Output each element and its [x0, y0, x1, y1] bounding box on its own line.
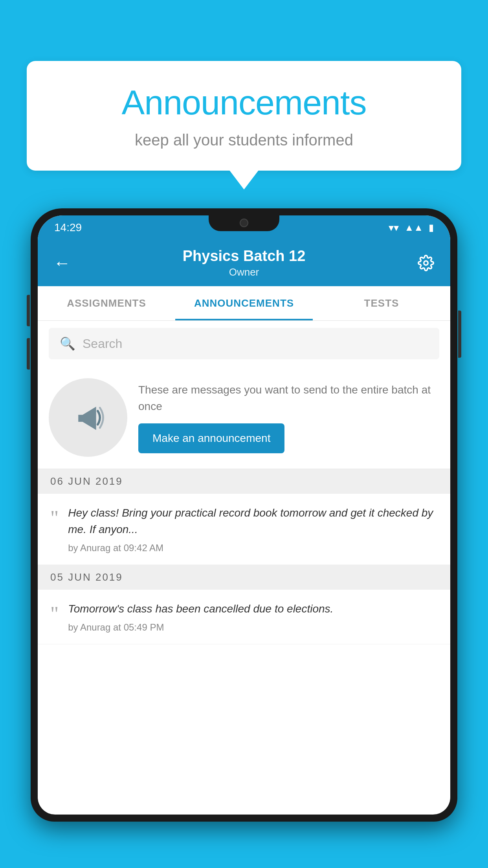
announcement-prompt: These are messages you want to send to t…	[38, 366, 450, 469]
bubble-subtitle: keep all your students informed	[50, 131, 438, 149]
announcement-message-2: Tomorrow's class has been cancelled due …	[68, 601, 438, 617]
announcement-right: These are messages you want to send to t…	[138, 382, 439, 453]
date-section-1: 06 JUN 2019	[38, 469, 450, 494]
speech-bubble-container: Announcements keep all your students inf…	[27, 61, 461, 171]
battery-icon: ▮	[429, 222, 434, 233]
app-bar-title: Physics Batch 12	[82, 248, 406, 265]
announcement-desc: These are messages you want to send to t…	[138, 382, 439, 415]
tab-announcements[interactable]: ANNOUNCEMENTS	[175, 286, 313, 320]
settings-button[interactable]	[414, 255, 438, 271]
phone-notch	[209, 215, 279, 231]
megaphone-icon	[66, 396, 110, 439]
phone-btn-vol-down	[27, 338, 30, 370]
wifi-icon: ▾▾	[389, 222, 399, 234]
search-bar[interactable]: 🔍 Search	[49, 328, 439, 359]
app-bar: ← Physics Batch 12 Owner	[38, 240, 450, 286]
search-icon: 🔍	[60, 336, 75, 351]
announcement-item-1[interactable]: " Hey class! Bring your practical record…	[38, 494, 450, 565]
tab-assignments[interactable]: ASSIGNMENTS	[38, 286, 175, 320]
date-label-1: 06 JUN 2019	[50, 475, 123, 487]
status-time: 14:29	[54, 221, 82, 234]
quote-icon-1: "	[50, 508, 59, 528]
tab-tests[interactable]: TESTS	[313, 286, 450, 320]
date-section-2: 05 JUN 2019	[38, 565, 450, 590]
make-announcement-button[interactable]: Make an announcement	[138, 423, 284, 453]
date-label-2: 05 JUN 2019	[50, 571, 123, 583]
announcement-item-2[interactable]: " Tomorrow's class has been cancelled du…	[38, 590, 450, 644]
tab-bar: ASSIGNMENTS ANNOUNCEMENTS TESTS	[38, 286, 450, 321]
phone-screen: 14:29 ▾▾ ▲▲ ▮ ← Physics Batch 12 Owner	[38, 215, 450, 815]
phone-btn-vol-up	[27, 295, 30, 326]
phone-wrapper: 14:29 ▾▾ ▲▲ ▮ ← Physics Batch 12 Owner	[31, 208, 457, 868]
announcement-text-1: Hey class! Bring your practical record b…	[68, 505, 438, 554]
status-icons: ▾▾ ▲▲ ▮	[389, 222, 434, 234]
megaphone-circle	[49, 378, 127, 457]
phone-camera	[240, 219, 248, 227]
quote-icon-2: "	[50, 604, 59, 624]
speech-bubble: Announcements keep all your students inf…	[27, 61, 461, 171]
announcement-message-1: Hey class! Bring your practical record b…	[68, 505, 438, 538]
announcement-text-2: Tomorrow's class has been cancelled due …	[68, 601, 438, 633]
announcement-meta-2: by Anurag at 05:49 PM	[68, 622, 438, 633]
phone-btn-power	[458, 311, 461, 358]
announcement-meta-1: by Anurag at 09:42 AM	[68, 542, 438, 554]
back-button[interactable]: ←	[50, 253, 74, 273]
search-placeholder: Search	[83, 337, 122, 351]
svg-point-0	[424, 261, 428, 265]
signal-icon: ▲▲	[404, 222, 423, 233]
phone-outer: 14:29 ▾▾ ▲▲ ▮ ← Physics Batch 12 Owner	[31, 208, 457, 822]
app-bar-title-area: Physics Batch 12 Owner	[82, 248, 406, 278]
search-container: 🔍 Search	[38, 321, 450, 366]
app-bar-subtitle: Owner	[82, 266, 406, 278]
bubble-title: Announcements	[50, 83, 438, 123]
